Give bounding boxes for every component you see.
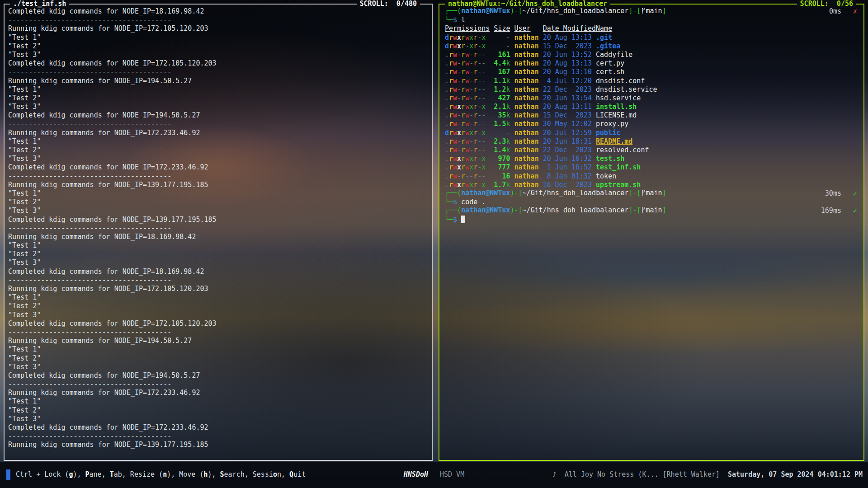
file-name: cert.py <box>596 59 624 67</box>
file-owner: nathan <box>514 181 538 189</box>
command-duration: 30ms <box>825 189 841 198</box>
left-terminal-pane[interactable]: ./test_inf.sh SCROLL: 0/480 Completed kd… <box>4 4 433 461</box>
prompt-git-branch: main <box>646 7 662 15</box>
terminal-output-line: ---------------------------------------- <box>8 172 426 181</box>
file-name: resolved.conf <box>596 146 649 154</box>
file-size: 1.7k <box>490 181 510 189</box>
terminal-output-line: Running kdig commands for NODE_IP=172.10… <box>8 285 426 293</box>
terminal-output-line: "Test 3" <box>8 51 426 59</box>
terminal-output-line: Running kdig commands for NODE_IP=172.23… <box>8 389 426 397</box>
terminal-output-line: Running kdig commands for NODE_IP=18.169… <box>8 233 426 241</box>
shell-prompt-line: ┌──(nathan@NWTux)-[~/Git/hns_doh_loadbal… <box>445 206 858 215</box>
col-date-modified: Date Modified <box>543 24 596 33</box>
terminal-output-line: "Test 2" <box>8 198 426 206</box>
file-name: token <box>596 172 616 180</box>
file-size: 2.1k <box>490 103 510 111</box>
right-terminal-pane[interactable]: nathan@NWTux:~/Git/hns_doh_loadbalancer … <box>439 4 864 461</box>
terminal-output-line: "Test 2" <box>8 42 426 51</box>
file-owner: nathan <box>514 42 538 50</box>
terminal-output-line: "Test 3" <box>8 258 426 267</box>
terminal-output-line: "Test 3" <box>8 311 426 319</box>
shell-prompt-line: ┌──(nathan@NWTux)-[~/Git/hns_doh_loadbal… <box>445 7 858 16</box>
terminal-output-line: Completed kdig commands for NODE_IP=18.1… <box>8 7 426 16</box>
file-owner: nathan <box>514 172 538 180</box>
file-permissions: drwxr-xr-x <box>445 42 490 51</box>
file-owner: nathan <box>514 33 538 42</box>
terminal-output-line: "Test 2" <box>8 250 426 258</box>
file-date: 8 Jan 01:32 <box>543 172 592 180</box>
file-size: - <box>490 129 510 137</box>
file-permissions: .rw-rw-r-- <box>445 120 490 128</box>
file-permissions: .rwxrwxr-x <box>445 181 490 189</box>
terminal-output-line: "Test 3" <box>8 103 426 111</box>
prompt-git-branch: main <box>646 206 662 214</box>
terminal-output-line: "Test 2" <box>8 354 426 363</box>
file-date: 30 May 12:02 <box>543 120 592 128</box>
file-owner: nathan <box>514 120 538 128</box>
file-owner: nathan <box>514 103 538 111</box>
terminal-output-line: "Test 1" <box>8 241 426 250</box>
terminal-output-line: Running kdig commands for NODE_IP=172.23… <box>8 129 426 137</box>
terminal-output-line: "Test 1" <box>8 345 426 354</box>
file-name: public <box>596 129 620 137</box>
file-row: .rw-rw-r--2.3knathan20 Jun 18:31README.m… <box>445 137 858 146</box>
file-name: .git <box>596 33 612 42</box>
session-name: HNSDoH <box>404 470 428 479</box>
terminal-output-line: Running kdig commands for NODE_IP=194.50… <box>8 77 426 85</box>
file-date: 20 Aug 13:10 <box>543 68 592 76</box>
clock: Saturday, 07 Sep 2024 04:01:12 PM <box>728 470 863 479</box>
file-date: 20 Jun 18:31 <box>543 137 592 145</box>
file-size: 161 <box>490 51 510 59</box>
now-playing-text: All Joy No Stress (K... [Rhett Walker] <box>565 470 720 479</box>
file-size: - <box>490 33 510 42</box>
file-permissions: .rwxrwxr-x <box>445 103 490 111</box>
file-permissions: .rw-rw-r-- <box>445 94 490 103</box>
file-owner: nathan <box>514 155 538 163</box>
file-date: 20 Jun 13:54 <box>543 94 592 102</box>
file-name: LICENSE.md <box>596 111 637 119</box>
col-permissions: Permissions <box>445 24 490 33</box>
host-label: HSD VM <box>440 470 464 479</box>
prompt-git-branch: main <box>646 189 662 197</box>
file-name: cert.sh <box>596 68 624 76</box>
file-owner: nathan <box>514 129 538 137</box>
file-date: 20 Aug 13:11 <box>543 103 592 111</box>
file-row: .rw-rw-r--427nathan20 Jun 13:54hsd.servi… <box>445 94 858 103</box>
file-date: 1 Jun 16:52 <box>543 163 592 171</box>
file-owner: nathan <box>514 68 538 76</box>
terminal-output-line: ---------------------------------------- <box>8 224 426 233</box>
now-playing: ♪ All Joy No Stress (K... [Rhett Walker] <box>552 470 720 479</box>
file-size: 2.3k <box>490 137 510 146</box>
file-permissions: .rwxrwxr-x <box>445 163 490 172</box>
file-owner: nathan <box>514 51 538 59</box>
file-name: proxy.py <box>596 120 628 128</box>
file-permissions: .rw-rw-r-- <box>445 59 490 68</box>
terminal-output-line: Completed kdig commands for NODE_IP=172.… <box>8 423 426 432</box>
terminal-output-line: Running kdig commands for NODE_IP=139.17… <box>8 441 426 449</box>
terminal-output-line: ---------------------------------------- <box>8 68 426 76</box>
terminal-output-line: "Test 3" <box>8 206 426 215</box>
right-pane-scrollback[interactable]: ┌──(nathan@NWTux)-[~/Git/hns_doh_loadbal… <box>439 5 863 460</box>
typed-command: l <box>457 16 465 24</box>
file-row: .rw-rw-r--1.5knathan30 May 12:02proxy.py <box>445 120 858 128</box>
file-size: 970 <box>490 155 510 163</box>
file-permissions: .rw-rw-r-- <box>445 111 490 120</box>
git-branch-icon <box>641 7 646 16</box>
left-pane-scrollback[interactable]: Completed kdig commands for NODE_IP=18.1… <box>5 5 432 460</box>
file-name: README.md <box>596 137 632 145</box>
terminal-output-line: "Test 2" <box>8 146 426 155</box>
file-size: 427 <box>490 94 510 103</box>
file-owner: nathan <box>514 59 538 67</box>
file-permissions: .rw-rw-r-- <box>445 146 490 155</box>
file-row: .rw-rw-r--1.4knathan22 Dec 2023resolved.… <box>445 146 858 155</box>
terminal-output-line: ---------------------------------------- <box>8 432 426 441</box>
file-name: hsd.service <box>596 94 641 102</box>
file-name: test.sh <box>596 155 624 163</box>
music-note-icon: ♪ <box>552 470 557 479</box>
file-name: dnsdist.conf <box>596 77 645 85</box>
terminal-output-line: ---------------------------------------- <box>8 276 426 285</box>
file-row: .rw-rw-r--1.2knathan22 Dec 2023dnsdist.s… <box>445 85 858 94</box>
file-date: 16 Dec 2023 <box>543 181 592 189</box>
terminal-output-line: Running kdig commands for NODE_IP=194.50… <box>8 337 426 345</box>
file-date: 20 Aug 13:13 <box>543 59 592 67</box>
